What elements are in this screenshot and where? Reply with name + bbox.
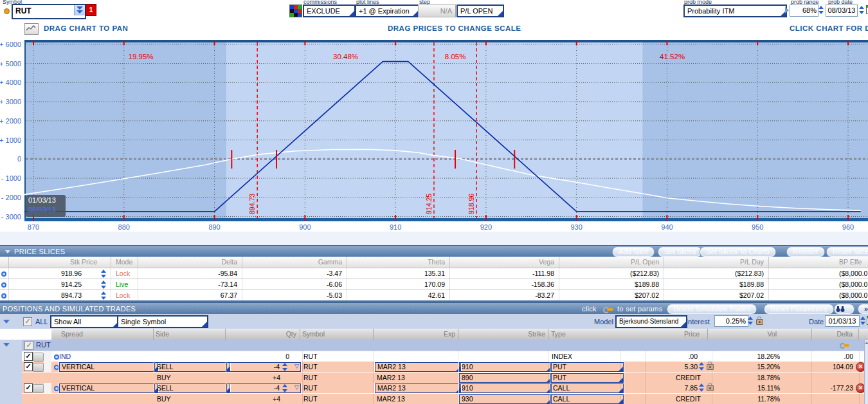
more-options-button[interactable]: » [858, 304, 868, 315]
slice-cell-stk_price[interactable]: 914.25 [9, 280, 96, 288]
date-input[interactable]: 01/03/13 [825, 315, 860, 327]
prob-range-input[interactable]: 68% [790, 5, 818, 17]
price-spinner[interactable] [699, 362, 705, 371]
qty-spinner[interactable] [282, 363, 288, 371]
interest-spinner[interactable] [748, 317, 754, 325]
prob-date-spinner[interactable] [859, 6, 865, 14]
pos-row-divider [712, 351, 712, 362]
type-dropdown[interactable]: PUT [550, 373, 624, 383]
qty-preset-arrow-icon[interactable]: ▽ [294, 363, 299, 369]
position-checkbox[interactable]: ✓ [24, 362, 33, 371]
spread-dropdown[interactable]: VERTICAL [59, 362, 158, 372]
analyze-mini-button[interactable] [33, 363, 44, 372]
pos-row-divider [712, 372, 712, 383]
strike-dropdown[interactable]: 910 [459, 362, 552, 372]
exp-dropdown[interactable]: MAR2 13 [375, 383, 461, 393]
interest-label: Interest [686, 318, 710, 326]
positions-scrollbar[interactable] [864, 340, 868, 404]
delete-simulated-trades-button[interactable]: Delete Simulated Trades [667, 304, 757, 315]
symbol-dropdown-icon[interactable] [74, 5, 85, 15]
prob-mode-dropdown[interactable]: Probability ITM [683, 5, 787, 17]
collapse-triangle-icon[interactable] [5, 250, 10, 253]
type-dropdown[interactable]: CALL [550, 383, 624, 393]
price-lock-icon[interactable] [707, 364, 714, 370]
prob-expand-arrow-icon[interactable] [785, 7, 789, 14]
price-spinner[interactable] [699, 383, 705, 392]
position-row-subleg: BUY+4RUTMAR2 13930CALLCREDIT11.78% [22, 394, 864, 404]
slice-bullet-icon [1, 282, 6, 288]
position-checkbox[interactable]: ✓ [24, 383, 33, 392]
reset-parameters-button[interactable]: Reset Parameters [764, 304, 834, 315]
stk-price-spinner[interactable] [101, 291, 107, 300]
position-checkbox[interactable]: ✓ [24, 352, 33, 361]
model-label: Model [594, 318, 613, 326]
slice-cell-stk_price[interactable]: 894.73 [9, 291, 96, 299]
pos-row-divider [373, 383, 374, 393]
price-slices-title: PRICE SLICES [14, 248, 65, 255]
filter-scope-dropdown[interactable]: Single Symbol [117, 315, 208, 328]
date-spinner[interactable] [860, 317, 866, 325]
reorder-button[interactable]: Reorder [786, 246, 825, 257]
pos-row-divider [645, 362, 646, 372]
pl-mode-dropdown[interactable]: P/L OPEN [457, 5, 504, 17]
analyze-mini-button[interactable] [33, 384, 44, 393]
exp-dropdown[interactable]: MAR2 13 [375, 362, 461, 372]
all-checkbox[interactable]: ✓ [23, 317, 32, 326]
svg-text:+ 3000: + 3000 [0, 98, 21, 106]
commissions-dropdown[interactable]: EXCLUDE [303, 5, 356, 17]
pos-column-header-spread: Spread [61, 330, 83, 338]
type-dropdown[interactable]: PUT [550, 362, 624, 372]
set-slices-to-charts-button[interactable]: Set Slices To Charts [700, 246, 776, 257]
price-lock-icon[interactable] [707, 385, 714, 391]
side-dropdown[interactable]: SELL [154, 383, 230, 393]
svg-text:918.96: 918.96 [467, 194, 475, 214]
positions-collapse-icon[interactable] [3, 320, 10, 324]
interest-input[interactable]: 0.25% [714, 315, 748, 327]
qty-stepper[interactable]: -4▽ [226, 362, 301, 372]
analyze-mini-button[interactable] [33, 353, 44, 362]
add-slice-button[interactable]: Add Slice [612, 246, 655, 257]
plot-lines-dropdown[interactable]: +1 @ Expiration [355, 5, 419, 17]
side-dropdown[interactable]: SELL [154, 362, 230, 372]
plot-style-grid-icon[interactable] [289, 5, 302, 17]
chart-pan-mode-icon[interactable] [24, 23, 39, 35]
type-dropdown[interactable]: CALL [550, 394, 624, 404]
set-slices-button[interactable]: Set Slices [658, 246, 702, 257]
exp-value: MAR2 13 [377, 395, 405, 403]
reset-slices-button[interactable]: Reset Slices [826, 246, 868, 257]
model-dropdown[interactable]: Bjerksund-Stensland [615, 315, 687, 328]
qty-stepper[interactable]: -4▽ [226, 383, 301, 393]
group-collapse-icon[interactable] [3, 343, 10, 347]
qty-preset-arrow-icon[interactable]: ▽ [294, 384, 299, 390]
group-band-rut[interactable]: ✓RUT [22, 340, 864, 351]
slice-cell-stk_price[interactable]: 918.96 [9, 270, 96, 277]
svg-text:30.48%: 30.48% [333, 53, 358, 60]
stk-price-spinner[interactable] [101, 280, 107, 289]
group-label: RUT [36, 341, 51, 349]
qty-spinner[interactable] [282, 384, 288, 392]
price-slice-row: 918.96Lock-95.84-3.47135.31-111.98($212.… [0, 268, 868, 279]
svg-text:19.95%: 19.95% [129, 53, 154, 60]
analyze-risk-profile-screen: Symbol RUT 1 commissions EXCLUDE plot li… [0, 0, 868, 404]
stk-price-spinner[interactable] [101, 270, 107, 278]
prob-date-input[interactable]: 08/03/13 [826, 5, 858, 17]
strike-dropdown[interactable]: 930 [459, 394, 552, 404]
slice-cell-mode: Lock [111, 291, 138, 299]
group-checkbox[interactable]: ✓ [24, 341, 33, 350]
column-divider [138, 268, 138, 279]
pos-row-divider [645, 351, 646, 362]
binoculars-button[interactable] [834, 304, 854, 315]
wrench-icon [603, 307, 613, 311]
risk-profile-chart[interactable]: 894.73914.25918.9619.95%30.48%8.05%41.52… [0, 35, 868, 232]
strike-dropdown[interactable]: 890 [459, 373, 552, 383]
symbol-combo[interactable]: RUT [12, 4, 86, 19]
column-divider [8, 257, 9, 268]
pos-column-header-exp: Exp [404, 330, 455, 338]
strike-dropdown[interactable]: 910 [459, 383, 552, 393]
interest-lock-icon[interactable] [756, 319, 763, 325]
prob-range-spinner[interactable] [818, 6, 824, 14]
pos-row-divider [458, 351, 458, 362]
filter-show-dropdown[interactable]: Show All [50, 315, 120, 328]
set-params-wrench-icon[interactable] [840, 343, 850, 348]
spread-dropdown[interactable]: VERTICAL [59, 383, 158, 393]
